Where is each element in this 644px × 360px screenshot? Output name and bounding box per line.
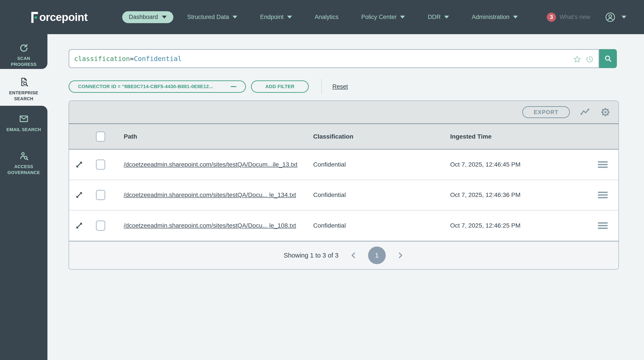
trend-chart-icon[interactable] xyxy=(580,107,590,117)
sidebar-item-access-governance[interactable]: ACCESS GOVERNANCE xyxy=(0,151,48,176)
sidebar-active-zone: ENTERPRISE SEARCH xyxy=(0,69,48,106)
nav-item-label: Endpoint xyxy=(260,14,284,20)
chevron-down-icon xyxy=(444,16,449,18)
sidebar-item-email-search[interactable]: EMAIL SEARCH xyxy=(0,106,48,133)
chevron-down-icon xyxy=(287,16,292,18)
row-classification: Confidential xyxy=(313,191,346,198)
settings-gear-icon[interactable] xyxy=(600,107,610,117)
row-ingested-time: Oct 7, 2025, 12:46:36 PM xyxy=(450,191,520,198)
access-governance-icon xyxy=(19,151,29,161)
row-menu-icon[interactable] xyxy=(598,222,608,229)
add-filter-label: ADD FILTER xyxy=(265,84,294,89)
nav-item-label: Administration xyxy=(472,14,510,20)
nav-item-ddr[interactable]: DDR xyxy=(428,14,449,20)
nav-right-group: 3 What's new xyxy=(547,0,626,34)
chevron-down-icon xyxy=(162,16,167,18)
reset-filters-link[interactable]: Reset xyxy=(332,83,348,90)
row-classification: Confidential xyxy=(313,161,346,168)
nav-item-label: Analytics xyxy=(315,14,338,20)
nav-item-label: Structured Data xyxy=(187,14,229,20)
column-header-path[interactable]: Path xyxy=(124,133,137,140)
chevron-down-icon xyxy=(513,16,518,18)
user-avatar-icon[interactable] xyxy=(605,12,616,23)
pagination-summary: Showing 1 to 3 of 3 xyxy=(284,252,338,259)
results-card: EXPORT Path Classificatio xyxy=(68,100,619,270)
nav-item-policy-center[interactable]: Policy Center xyxy=(361,14,405,20)
export-button[interactable]: EXPORT xyxy=(522,106,570,118)
query-value: Confidential xyxy=(134,55,182,63)
sidebar-item-scan-progress[interactable]: SCAN PROGRESS xyxy=(0,34,48,67)
row-menu-icon[interactable] xyxy=(598,161,608,168)
scan-progress-icon xyxy=(19,43,28,53)
sidebar-lower: EMAIL SEARCH ACCESS GOVERNANCE xyxy=(0,106,48,360)
results-toolbar: EXPORT xyxy=(69,101,618,124)
pagination-footer: Showing 1 to 3 of 3 1 xyxy=(69,241,618,269)
account-menu-caret-icon[interactable] xyxy=(622,16,626,18)
column-header-ingested-time[interactable]: Ingested Time xyxy=(450,133,492,140)
table-row: /dcoetzeeadmin.sharepoint.com/sites/test… xyxy=(69,210,618,241)
table-row: /dcoetzeeadmin.sharepoint.com/sites/test… xyxy=(69,150,618,180)
nav-item-analytics[interactable]: Analytics xyxy=(315,14,338,20)
row-checkbox[interactable] xyxy=(96,190,105,200)
enterprise-search-icon xyxy=(19,77,29,87)
nav-item-label: Dashboard xyxy=(129,14,158,20)
select-all-checkbox[interactable] xyxy=(96,132,105,142)
whats-new-link[interactable]: What's new xyxy=(560,14,590,20)
filter-divider xyxy=(321,79,322,94)
nav-menu: Dashboard Structured Data Endpoint Analy… xyxy=(122,0,518,34)
row-path-link[interactable]: /dcoetzeeadmin.sharepoint.com/sites/test… xyxy=(124,222,296,229)
nav-item-structured-data[interactable]: Structured Data xyxy=(187,14,237,20)
row-path-link[interactable]: /dcoetzeeadmin.sharepoint.com/sites/test… xyxy=(124,191,296,198)
whats-new-badge: 3 xyxy=(547,12,556,22)
row-ingested-time: Oct 7, 2025, 12:46:25 PM xyxy=(450,222,520,229)
sidebar-item-label: EMAIL SEARCH xyxy=(4,127,44,133)
sidebar-item-enterprise-search[interactable]: ENTERPRISE SEARCH xyxy=(0,69,48,102)
search-button[interactable] xyxy=(599,49,617,68)
add-filter-button[interactable]: ADD FILTER xyxy=(251,80,309,93)
row-classification: Confidential xyxy=(313,222,346,229)
filter-chip-connector-id[interactable]: CONNECTOR ID = "8BE0C714-CBF5-4430-B881-… xyxy=(68,80,246,93)
next-page-icon[interactable] xyxy=(397,252,404,259)
brand-name: orcepoint xyxy=(39,11,88,23)
row-ingested-time: Oct 7, 2025, 12:46:45 PM xyxy=(450,161,520,168)
sidebar-item-label: ENTERPRISE SEARCH xyxy=(4,90,44,102)
email-search-icon xyxy=(19,114,29,124)
sidebar-item-label: SCAN PROGRESS xyxy=(4,55,44,67)
row-path-link[interactable]: /dcoetzeeadmin.sharepoint.com/sites/test… xyxy=(124,161,298,168)
search-query-input[interactable]: classification=Confidential xyxy=(68,49,599,68)
sidebar-item-label: ACCESS GOVERNANCE xyxy=(4,164,44,176)
filter-chip-label: CONNECTOR ID = "8BE0C714-CBF5-4430-B881-… xyxy=(78,84,213,89)
expand-row-icon[interactable] xyxy=(75,221,84,230)
page-number-button[interactable]: 1 xyxy=(368,247,386,264)
sidebar-upper: SCAN PROGRESS xyxy=(0,34,48,69)
row-checkbox[interactable] xyxy=(96,220,105,231)
nav-item-endpoint[interactable]: Endpoint xyxy=(260,14,292,20)
query-operator: = xyxy=(130,55,134,63)
table-row: /dcoetzeeadmin.sharepoint.com/sites/test… xyxy=(69,180,618,210)
nav-item-dashboard[interactable]: Dashboard xyxy=(122,11,173,23)
remove-filter-icon[interactable] xyxy=(231,86,236,87)
row-checkbox[interactable] xyxy=(96,160,105,170)
previous-page-icon[interactable] xyxy=(350,252,357,259)
search-icon xyxy=(604,54,612,63)
table-header-row: Path Classification Ingested Time xyxy=(69,124,618,150)
expand-row-icon[interactable] xyxy=(75,160,84,169)
expand-row-icon[interactable] xyxy=(75,190,84,199)
column-header-classification[interactable]: Classification xyxy=(313,133,353,140)
row-menu-icon[interactable] xyxy=(598,192,608,198)
top-nav: orcepoint Dashboard Structured Data Endp… xyxy=(0,0,644,34)
chevron-down-icon xyxy=(400,16,405,18)
nav-item-administration[interactable]: Administration xyxy=(472,14,518,20)
favorite-star-icon[interactable] xyxy=(573,55,581,63)
nav-item-label: Policy Center xyxy=(361,14,397,20)
chevron-down-icon xyxy=(232,16,237,18)
query-field: classification xyxy=(74,55,130,63)
search-history-icon[interactable] xyxy=(585,55,594,63)
forcepoint-logo: orcepoint xyxy=(30,0,88,34)
nav-item-label: DDR xyxy=(428,14,441,20)
